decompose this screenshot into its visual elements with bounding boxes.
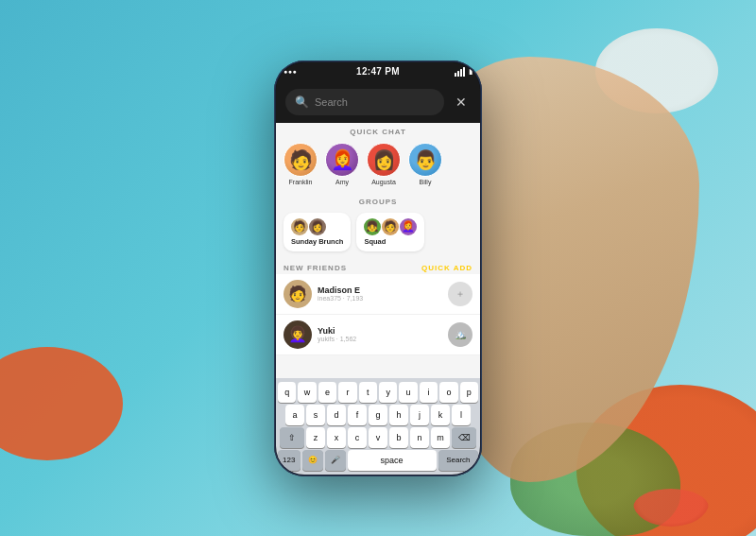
key-f[interactable]: f (348, 405, 367, 425)
key-c[interactable]: c (348, 427, 367, 448)
amy-face: 👩‍🦰 (331, 150, 354, 169)
group-squad-name: Squad (364, 237, 417, 246)
groups-row: 🧑 👩 Sunday Brunch 👧 🧑 👩‍🦰 Squad (276, 209, 480, 259)
search-bar[interactable]: 🔍 Search ✕ (276, 81, 480, 123)
avatar-billy: 👨 (408, 143, 442, 177)
key-t[interactable]: t (359, 382, 377, 403)
quick-chat-amy[interactable]: 👩‍🦰 Amy (325, 143, 359, 185)
key-shift[interactable]: ⇧ (280, 427, 304, 448)
phone-container: ●●● 12:47 PM ▮ 🔍 (274, 61, 482, 476)
key-emoji[interactable]: 😊 (302, 450, 323, 471)
key-g[interactable]: g (369, 405, 387, 425)
groups-label: GROUPS (276, 193, 480, 209)
yuki-avatar: 👩‍🦱 (284, 320, 312, 349)
quick-chat-label: QUICK CHAT (276, 123, 480, 139)
key-s[interactable]: s (306, 405, 325, 425)
group-squad-avatars: 👧 🧑 👩‍🦰 (364, 218, 417, 235)
quick-chat-row: 🧑 Franklin 👩‍🦰 Amy 👩 (276, 139, 480, 193)
madison-name: Madison E (318, 285, 442, 295)
key-e[interactable]: e (318, 382, 336, 403)
signal-strength (455, 67, 465, 77)
key-r[interactable]: r (338, 382, 356, 403)
billy-label: Billy (420, 179, 432, 185)
squad-avatar-2: 🧑 (382, 218, 399, 235)
new-friends-header: NEW FRIENDS QUICK ADD (276, 259, 480, 274)
key-w[interactable]: w (298, 382, 316, 403)
key-v[interactable]: v (369, 427, 387, 448)
keyboard-row-2: a s d f g h j k l (278, 405, 478, 425)
madison-meta: inea375 · 7,193 (318, 295, 442, 302)
avatar-augusta: 👩 (367, 143, 401, 177)
search-placeholder: Search (315, 96, 348, 108)
key-u[interactable]: u (399, 382, 417, 403)
franklin-label: Franklin (289, 179, 313, 185)
group-brunch-avatars: 🧑 👩 (291, 218, 343, 235)
quick-add-label: QUICK ADD (421, 264, 472, 272)
group-brunch-name: Sunday Brunch (291, 237, 343, 246)
yuki-name: Yuki (318, 326, 442, 336)
keyboard-row-4: 123 😊 🎤 space Search (278, 450, 478, 471)
yuki-meta: yukifs · 1,562 (318, 336, 442, 342)
key-l[interactable]: l (452, 405, 471, 425)
status-time: 12:47 PM (356, 66, 400, 77)
avatar-amy: 👩‍🦰 (325, 143, 359, 177)
key-o[interactable]: o (439, 382, 457, 403)
key-y[interactable]: y (379, 382, 397, 403)
key-backspace[interactable]: ⌫ (452, 427, 476, 448)
avatar-franklin: 🧑 (284, 143, 318, 177)
squad-avatar-3: 👩‍🦰 (400, 218, 417, 235)
app-screen: 🔍 Search ✕ QUICK CHAT 🧑 Frankli (276, 81, 480, 475)
key-h[interactable]: h (389, 405, 408, 425)
augusta-label: Augusta (371, 179, 396, 185)
group-sunday-brunch[interactable]: 🧑 👩 Sunday Brunch (284, 213, 351, 251)
signal-bar-2 (457, 71, 459, 77)
key-b[interactable]: b (389, 427, 408, 448)
key-123[interactable]: 123 (278, 450, 301, 471)
key-x[interactable]: x (327, 427, 346, 448)
battery-icon: ▮ (469, 67, 472, 76)
key-z[interactable]: z (306, 427, 325, 448)
augusta-face: 👩 (372, 150, 396, 169)
brunch-avatar-2: 👩 (309, 218, 326, 235)
keyboard-row-3: ⇧ z x c v b n m ⌫ (278, 427, 478, 448)
content-area: QUICK CHAT 🧑 Franklin 👩‍🦰 A (276, 123, 480, 378)
amy-label: Amy (335, 179, 349, 185)
phone-device: ●●● 12:47 PM ▮ 🔍 (274, 61, 482, 476)
phone-screen: ●●● 12:47 PM ▮ 🔍 (276, 62, 480, 475)
madison-avatar: 🧑 (284, 280, 312, 308)
key-k[interactable]: k (431, 405, 450, 425)
madison-add-button[interactable]: ＋ (448, 282, 472, 306)
key-a[interactable]: a (285, 405, 304, 425)
close-button[interactable]: ✕ (452, 95, 471, 110)
keyboard[interactable]: q w e r t y u i o p a s (276, 378, 480, 475)
friend-row-yuki[interactable]: 👩‍🦱 Yuki yukifs · 1,562 🏔️ (276, 315, 480, 355)
status-bar: ●●● 12:47 PM ▮ (276, 62, 480, 81)
group-squad[interactable]: 👧 🧑 👩‍🦰 Squad (356, 213, 424, 251)
key-d[interactable]: d (327, 405, 346, 425)
search-input-wrap[interactable]: 🔍 Search (285, 89, 444, 115)
billy-face: 👨 (414, 150, 438, 169)
yuki-add-button[interactable]: 🏔️ (448, 322, 472, 347)
key-space[interactable]: space (348, 450, 437, 471)
key-mic[interactable]: 🎤 (325, 450, 346, 471)
key-search[interactable]: Search (438, 450, 478, 471)
key-p[interactable]: p (460, 382, 478, 403)
status-icons: ▮ (455, 67, 472, 77)
quick-chat-franklin[interactable]: 🧑 Franklin (284, 143, 318, 185)
friend-row-madison[interactable]: 🧑 Madison E inea375 · 7,193 ＋ (276, 274, 480, 315)
key-m[interactable]: m (431, 427, 450, 448)
brunch-avatar-1: 🧑 (291, 218, 308, 235)
new-friends-label: NEW FRIENDS (284, 264, 347, 272)
yuki-info: Yuki yukifs · 1,562 (318, 326, 442, 342)
key-j[interactable]: j (410, 405, 429, 425)
key-q[interactable]: q (278, 382, 296, 403)
quick-chat-billy[interactable]: 👨 Billy (408, 143, 442, 185)
key-i[interactable]: i (420, 382, 438, 403)
franklin-face: 🧑 (289, 150, 313, 169)
search-icon: 🔍 (295, 95, 309, 109)
signal-bar-1 (455, 73, 456, 77)
carrier-text: ●●● (284, 68, 297, 75)
quick-chat-augusta[interactable]: 👩 Augusta (367, 143, 401, 185)
keyboard-row-1: q w e r t y u i o p (278, 382, 478, 403)
key-n[interactable]: n (410, 427, 429, 448)
